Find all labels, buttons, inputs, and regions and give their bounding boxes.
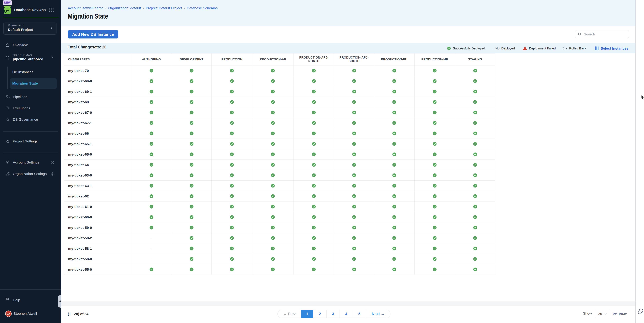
svg-text:?: ? xyxy=(7,298,8,300)
